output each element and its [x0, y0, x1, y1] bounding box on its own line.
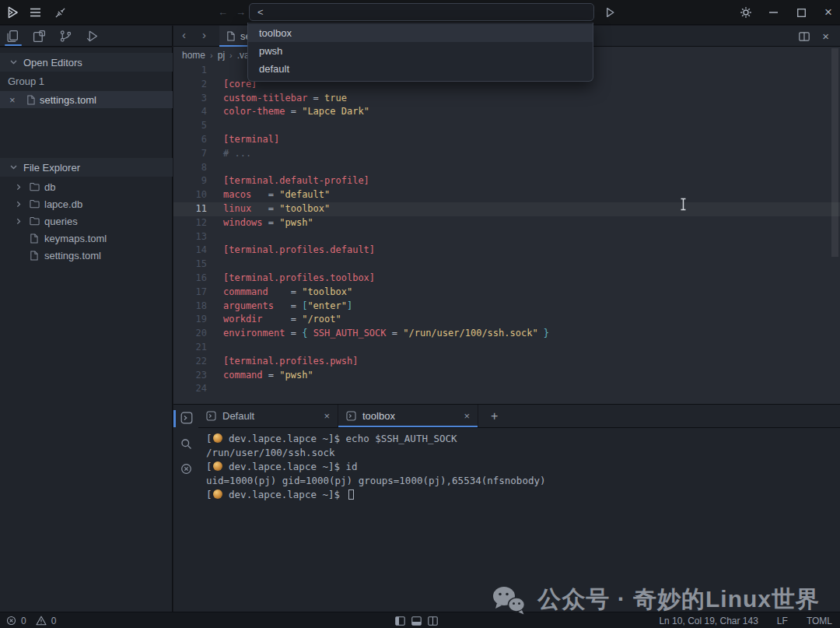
code-line-3[interactable]: 3custom-titlebar = true: [173, 92, 840, 106]
line-content: [207, 230, 223, 244]
nav-back-icon[interactable]: ←: [218, 6, 228, 18]
code-line-10[interactable]: 10macos = "default": [173, 188, 840, 202]
explorer-item-queries[interactable]: queries: [0, 212, 173, 230]
code-line-19[interactable]: 19workdir = "/root": [173, 313, 840, 327]
new-terminal-button[interactable]: +: [478, 405, 510, 427]
chevron-down-icon: [10, 165, 17, 170]
line-number: 24: [173, 382, 207, 396]
breadcrumb-segment[interactable]: pj: [218, 50, 225, 61]
error-circle-icon[interactable]: [6, 616, 16, 626]
code-line-18[interactable]: 18arguments = ["enter"]: [173, 300, 840, 314]
maximize-button[interactable]: [791, 0, 811, 25]
palette-item-pwsh[interactable]: pwsh: [248, 42, 593, 60]
line-number: 15: [173, 258, 207, 272]
code-line-9[interactable]: 9[terminal.default-profile]: [173, 174, 840, 188]
run-icon[interactable]: [605, 7, 615, 18]
open-editor-item[interactable]: × settings.toml: [0, 91, 173, 108]
file-explorer-header[interactable]: File Explorer: [0, 158, 173, 177]
line-number: 3: [173, 92, 207, 106]
open-editors-title: Open Editors: [23, 57, 82, 68]
explorer-item-settings.toml[interactable]: settings.toml: [0, 247, 173, 264]
code-line-23[interactable]: 23command = "pwsh": [173, 369, 840, 383]
close-icon[interactable]: ×: [464, 410, 470, 422]
editor-back-icon[interactable]: ‹: [182, 28, 186, 41]
line-content: [terminal.profiles.default]: [207, 244, 375, 258]
line-content: windows = "pwsh": [207, 216, 313, 230]
line-number: 1: [173, 64, 207, 78]
close-button[interactable]: ×: [818, 0, 838, 25]
code-line-8[interactable]: 8: [173, 161, 840, 175]
active-tab-underline: [338, 426, 478, 427]
explorer-item-db[interactable]: db: [0, 178, 173, 195]
line-content: environment = { SSH_AUTH_SOCK = "/run/us…: [207, 327, 549, 341]
debug-icon[interactable]: [86, 30, 99, 43]
disconnect-icon[interactable]: [54, 7, 66, 19]
active-activity-underline: [5, 44, 22, 46]
code-line-6[interactable]: 6[terminal]: [173, 133, 840, 147]
split-icon[interactable]: [799, 32, 810, 41]
language-mode[interactable]: TOML: [807, 616, 832, 626]
line-content: [207, 382, 223, 396]
explorer-item-keymaps.toml[interactable]: keymaps.toml: [0, 230, 173, 247]
close-file-icon[interactable]: ×: [9, 94, 20, 106]
line-number: 6: [173, 133, 207, 147]
line-number: 8: [173, 161, 207, 175]
line-number: 14: [173, 244, 207, 258]
line-number: 18: [173, 300, 207, 314]
warning-icon[interactable]: [36, 616, 47, 626]
minimize-button[interactable]: [763, 0, 783, 25]
code-line-22[interactable]: 22[terminal.profiles.pwsh]: [173, 355, 840, 369]
editor-scrollbar[interactable]: [831, 48, 838, 257]
palette-item-toolbox[interactable]: toolbox: [248, 24, 593, 42]
nav-forward-icon[interactable]: →: [236, 6, 246, 18]
menu-icon[interactable]: [30, 8, 41, 17]
code-line-20[interactable]: 20environment = { SSH_AUTH_SOCK = "/run/…: [173, 327, 840, 341]
line-content: [terminal.profiles.toolbox]: [207, 272, 375, 286]
code-line-7[interactable]: 7# ...: [173, 147, 840, 161]
palette-item-default[interactable]: default: [248, 60, 593, 78]
terminal-icon[interactable]: [180, 412, 193, 424]
code-line-14[interactable]: 14[terminal.profiles.default]: [173, 244, 840, 258]
error-circle-icon[interactable]: [180, 463, 192, 475]
terminal-icon: [346, 411, 356, 421]
line-content: [207, 258, 223, 272]
wechat-icon: [491, 584, 527, 616]
code-editor[interactable]: 12[core]3custom-titlebar = true4color-th…: [173, 64, 840, 404]
line-number: 23: [173, 369, 207, 383]
search-icon[interactable]: [180, 438, 192, 450]
folder-icon: [30, 199, 40, 209]
source-control-icon[interactable]: [59, 30, 72, 43]
folder-icon: [30, 182, 40, 191]
code-line-4[interactable]: 4color-theme = "Lapce Dark": [173, 105, 840, 119]
code-line-12[interactable]: 12windows = "pwsh": [173, 216, 840, 230]
line-ending[interactable]: LF: [777, 616, 788, 626]
code-line-24[interactable]: 24: [173, 382, 840, 396]
code-line-11[interactable]: 11linux = "toolbox": [173, 202, 840, 216]
close-panel-icon[interactable]: ×: [822, 30, 829, 42]
terminal-prompt-line: [ dev.lapce.lapce ~]$ echo $SSH_AUTH_SOC…: [206, 432, 840, 446]
editor-forward-icon[interactable]: ›: [202, 28, 206, 41]
panel-left-icon[interactable]: [395, 616, 405, 626]
code-line-21[interactable]: 21: [173, 341, 840, 355]
close-icon[interactable]: ×: [324, 410, 330, 422]
terminal-tab-Default[interactable]: Default×: [198, 405, 338, 427]
panel-bottom-icon[interactable]: [411, 616, 422, 626]
code-line-13[interactable]: 13: [173, 230, 840, 244]
code-line-17[interactable]: 17commmand = "toolbox": [173, 286, 840, 300]
layout-icon[interactable]: [33, 30, 46, 43]
open-file-name: settings.toml: [40, 94, 96, 106]
terminal-tab-toolbox[interactable]: toolbox×: [338, 405, 478, 427]
code-line-16[interactable]: 16[terminal.profiles.toolbox]: [173, 272, 840, 286]
open-editors-icon[interactable]: [6, 30, 19, 43]
open-editors-header[interactable]: Open Editors: [0, 53, 173, 72]
breadcrumb-segment[interactable]: home: [182, 50, 205, 61]
explorer-item-lapce.db[interactable]: lapce.db: [0, 195, 173, 212]
line-content: [207, 64, 223, 78]
code-line-15[interactable]: 15: [173, 258, 840, 272]
gear-icon[interactable]: [740, 6, 752, 19]
command-palette-input[interactable]: <: [249, 3, 594, 21]
chevron-right-icon: [16, 184, 22, 191]
panel-right-icon[interactable]: [428, 616, 438, 626]
code-line-5[interactable]: 5: [173, 119, 840, 133]
cursor-position[interactable]: Ln 10, Col 19, Char 143: [659, 616, 758, 626]
